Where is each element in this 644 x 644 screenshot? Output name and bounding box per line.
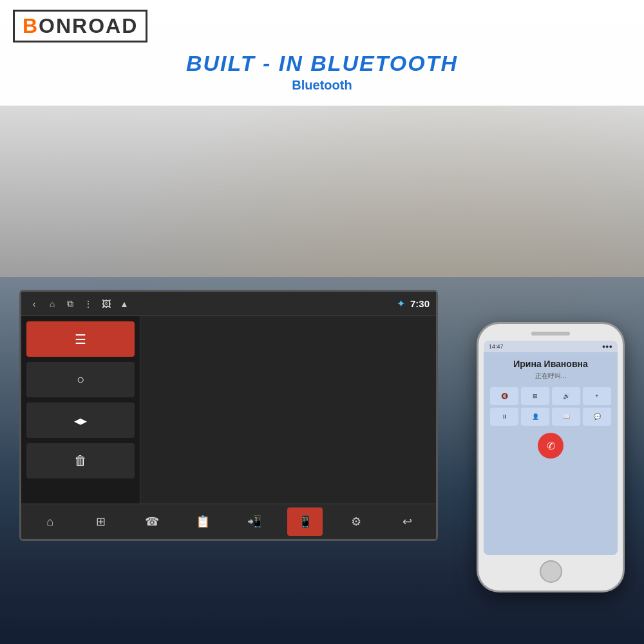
phone-home-button[interactable]: [540, 560, 562, 583]
screen-sidebar: ☰ ○ ◂▸ 🗑: [21, 316, 140, 504]
sidebar-search-btn[interactable]: ○: [26, 362, 135, 397]
nav-phone-active-icon: 📱: [298, 515, 312, 529]
nav-home-btn[interactable]: ⌂: [32, 507, 68, 536]
brand-logo: BONROAD: [13, 10, 147, 43]
end-call-btn[interactable]: ✆: [538, 433, 564, 459]
sidebar-delete-btn[interactable]: 🗑: [26, 443, 135, 478]
phone-speaker: [531, 332, 570, 336]
list-icon: ☰: [75, 332, 86, 347]
nav-back-icon: ↩: [402, 515, 412, 529]
screen-main-area: ☰ ○ ◂▸ 🗑: [21, 316, 436, 504]
logo-rest-text: ONROAD: [39, 14, 138, 37]
phone-statusbar: 14:47 ●●●: [484, 341, 618, 352]
bluetooth-status-icon: ✦: [397, 298, 405, 310]
nav-home-icon: ⌂: [46, 515, 53, 529]
logo-b-letter: B: [23, 14, 39, 37]
page-main-title: BUILT - IN BLUETOOTH: [13, 51, 631, 76]
keypad-hold[interactable]: ⏸: [490, 408, 518, 426]
car-screen-area: ‹ ⌂ ⧉ ⋮ 🖼 ▲ ✦ 7:30 ☰ ○: [19, 290, 438, 541]
menu-nav-icon[interactable]: ⋮: [82, 299, 95, 309]
page-wrapper: BONROAD BUILT - IN BLUETOOTH Bluetooth B…: [0, 0, 644, 644]
arrows-icon: ◂▸: [74, 413, 87, 428]
nav-contacts-btn[interactable]: 📋: [185, 507, 221, 536]
phone-screen: 14:47 ●●● Ирина Ивановна 正在呼叫... 🔇 ⊞ 🔊 +…: [484, 341, 618, 555]
phone-call-area: Ирина Ивановна 正在呼叫... 🔇 ⊞ 🔊 + ⏸ 👤 📖 💬 ✆: [484, 352, 618, 555]
phone-signal-icons: ●●●: [602, 343, 612, 350]
call-status-text: 正在呼叫...: [535, 372, 566, 381]
nav-call-out-btn[interactable]: ☎: [135, 507, 170, 536]
keypad-speaker[interactable]: 🔊: [552, 387, 580, 405]
nav-settings-icon: ⚙: [351, 515, 361, 529]
screen-clock: 7:30: [410, 298, 430, 309]
phone-time-display: 14:47: [489, 343, 504, 350]
nav-apps-icon: ⊞: [96, 515, 106, 529]
screen-topbar: ‹ ⌂ ⧉ ⋮ 🖼 ▲ ✦ 7:30: [21, 292, 436, 316]
keypad-person[interactable]: 👤: [521, 408, 549, 426]
nav-call-out-icon: ☎: [145, 515, 159, 529]
page-sub-title: Bluetooth: [13, 78, 631, 93]
keypad-grid[interactable]: ⊞: [521, 387, 549, 405]
nav-contacts-icon: 📋: [196, 515, 210, 529]
keypad-msg[interactable]: 💬: [583, 408, 611, 426]
end-call-area: ✆: [490, 430, 611, 459]
screen-content-area: [140, 316, 436, 504]
nav-call-in-icon: 📲: [247, 515, 261, 529]
top-info-panel: BONROAD BUILT - IN BLUETOOTH Bluetooth: [0, 0, 644, 106]
home-nav-icon[interactable]: ⌂: [46, 299, 59, 309]
nav-back-btn[interactable]: ↩: [390, 507, 425, 536]
windows-nav-icon[interactable]: ⧉: [64, 298, 77, 309]
back-nav-icon[interactable]: ‹: [28, 299, 41, 309]
caller-name: Ирина Ивановна: [513, 359, 587, 369]
car-screen: ‹ ⌂ ⧉ ⋮ 🖼 ▲ ✦ 7:30 ☰ ○: [19, 290, 438, 541]
sidebar-arrows-btn[interactable]: ◂▸: [26, 402, 135, 438]
keypad-mute[interactable]: 🔇: [490, 387, 518, 405]
gallery-nav-icon[interactable]: 🖼: [100, 299, 113, 309]
nav-settings-btn[interactable]: ⚙: [339, 507, 374, 536]
nav-call-in-btn[interactable]: 📲: [236, 507, 272, 536]
nav-apps-btn[interactable]: ⊞: [83, 507, 118, 536]
nav-phone-active-btn[interactable]: 📱: [287, 507, 323, 536]
sidebar-list-btn[interactable]: ☰: [26, 321, 135, 357]
screen-navbar: ⌂ ⊞ ☎ 📋 📲 📱 ⚙: [21, 504, 436, 539]
keypad-contacts[interactable]: 📖: [552, 408, 580, 426]
keypad-more[interactable]: +: [583, 387, 611, 405]
trash-icon: 🗑: [74, 453, 87, 468]
wifi-nav-icon: ▲: [118, 299, 131, 309]
search-icon: ○: [77, 372, 84, 387]
phone-keypad: 🔇 ⊞ 🔊 + ⏸ 👤 📖 💬: [490, 387, 611, 426]
phone-body: 14:47 ●●● Ирина Ивановна 正在呼叫... 🔇 ⊞ 🔊 +…: [477, 322, 625, 592]
phone-mockup: 14:47 ●●● Ирина Ивановна 正在呼叫... 🔇 ⊞ 🔊 +…: [477, 322, 625, 592]
